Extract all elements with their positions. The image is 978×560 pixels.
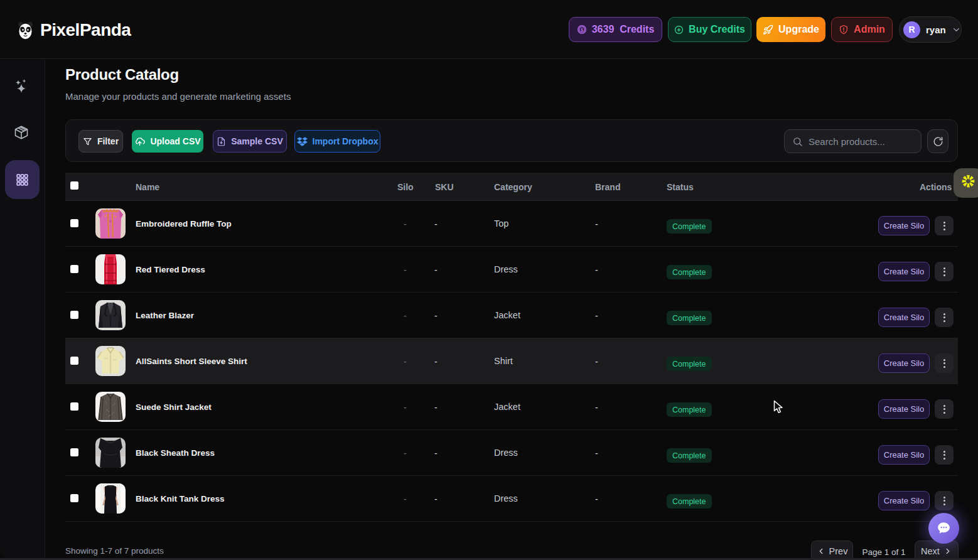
svg-text:$: $ — [581, 28, 583, 33]
